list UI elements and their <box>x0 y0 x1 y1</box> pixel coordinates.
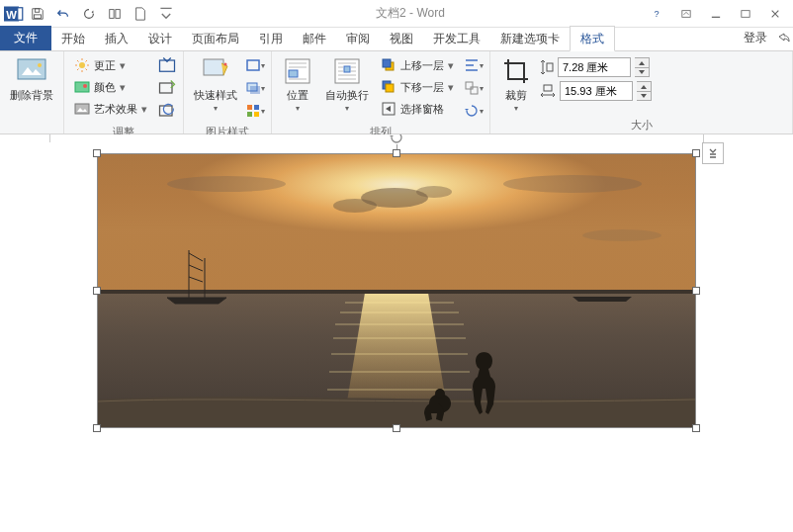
compress-pictures-button[interactable] <box>157 55 177 75</box>
svg-point-14 <box>83 84 87 88</box>
group-button[interactable]: ▾ <box>464 78 484 98</box>
selected-image[interactable] <box>98 154 695 427</box>
position-button[interactable]: 位置 ▾ <box>276 53 319 115</box>
rotate-handle[interactable] <box>390 134 403 144</box>
width-icon <box>540 84 556 98</box>
change-picture-button[interactable] <box>157 78 177 98</box>
height-input[interactable] <box>558 57 631 77</box>
picture-effects-button[interactable]: ▾ <box>245 78 265 98</box>
svg-rect-35 <box>386 84 394 92</box>
svg-rect-2 <box>18 7 23 20</box>
width-input[interactable] <box>560 81 633 101</box>
tab-file[interactable]: 文件 <box>0 26 51 50</box>
height-spinner <box>635 57 650 77</box>
group-picture-styles: 快速样式 ▾ ▾ ▾ ▾ 图片样式 <box>184 51 272 133</box>
crop-button[interactable]: 裁剪 ▾ <box>494 53 538 115</box>
align-button[interactable]: ▾ <box>464 55 484 75</box>
login-link[interactable]: 登录 <box>736 26 775 50</box>
tab-layout[interactable]: 页面布局 <box>182 27 249 50</box>
handle-top-right[interactable] <box>692 149 700 157</box>
size-group-label: 大小 <box>494 116 788 133</box>
group-remove-bg: 删除背景 <box>0 51 64 133</box>
redo-button[interactable] <box>77 2 101 26</box>
svg-rect-5 <box>110 9 114 18</box>
maximize-button[interactable] <box>732 3 759 25</box>
svg-rect-27 <box>254 112 259 117</box>
quick-styles-button[interactable]: 快速样式 ▾ <box>188 53 243 115</box>
svg-rect-4 <box>35 14 42 18</box>
width-control <box>540 81 652 101</box>
artistic-effects-button[interactable]: 艺术效果 ▾ <box>70 99 153 119</box>
rotate-button[interactable]: ▾ <box>464 101 484 121</box>
tab-design[interactable]: 设计 <box>138 27 182 50</box>
window-controls: ? <box>643 3 793 25</box>
width-down-button[interactable] <box>637 91 651 100</box>
svg-point-47 <box>503 175 642 193</box>
document-area[interactable] <box>0 134 793 532</box>
picture-layout-button[interactable]: ▾ <box>245 101 265 121</box>
tab-view[interactable]: 视图 <box>380 27 423 50</box>
selection-pane-button[interactable]: 选择窗格 <box>377 99 460 119</box>
artistic-label: 艺术效果 <box>94 102 137 117</box>
send-backward-button[interactable]: 下移一层 ▾ <box>377 77 460 97</box>
touch-mode-button[interactable] <box>103 2 127 26</box>
tab-format[interactable]: 格式 <box>570 26 615 51</box>
handle-left[interactable] <box>93 287 101 295</box>
remove-bg-icon <box>16 55 47 87</box>
tab-references[interactable]: 引用 <box>249 27 293 50</box>
page-edge <box>49 134 704 142</box>
handle-bottom-left[interactable] <box>93 424 101 432</box>
qat-dropdown-icon[interactable] <box>154 2 178 26</box>
svg-point-46 <box>167 176 286 192</box>
height-up-button[interactable] <box>635 58 649 67</box>
color-icon <box>74 79 90 95</box>
remove-background-button[interactable]: 删除背景 <box>4 53 59 104</box>
color-button[interactable]: 颜色 ▾ <box>70 77 153 97</box>
wrap-label: 自动换行 <box>325 89 369 102</box>
svg-rect-9 <box>742 10 749 17</box>
close-button[interactable] <box>761 3 789 25</box>
quick-styles-label: 快速样式 <box>194 89 237 102</box>
handle-top[interactable] <box>393 149 400 157</box>
tab-insert[interactable]: 插入 <box>95 27 138 50</box>
svg-rect-50 <box>98 290 695 294</box>
corrections-label: 更正 <box>94 58 116 73</box>
help-button[interactable]: ? <box>643 3 670 25</box>
save-button[interactable] <box>26 2 49 26</box>
new-doc-button[interactable] <box>129 2 152 26</box>
share-icon[interactable] <box>775 33 793 44</box>
handle-bottom[interactable] <box>393 424 400 432</box>
svg-rect-19 <box>204 59 223 75</box>
svg-point-20 <box>224 63 227 66</box>
group-arrange: 位置 ▾ 自动换行 ▾ 上移一层 ▾ 下移一层 ▾ <box>272 51 490 133</box>
height-down-button[interactable] <box>635 67 649 76</box>
handle-bottom-right[interactable] <box>692 424 700 432</box>
bring-forward-button[interactable]: 上移一层 ▾ <box>377 55 460 75</box>
crop-icon <box>500 55 532 87</box>
brightness-icon <box>74 57 90 73</box>
ribbon-display-button[interactable] <box>672 3 700 25</box>
minimize-button[interactable] <box>702 3 730 25</box>
wrap-text-button[interactable]: 自动换行 ▾ <box>319 53 375 115</box>
undo-button[interactable] <box>51 2 75 26</box>
picture-border-button[interactable]: ▾ <box>245 55 265 75</box>
corrections-button[interactable]: 更正 ▾ <box>70 55 153 75</box>
tab-mailings[interactable]: 邮件 <box>293 27 336 50</box>
reset-picture-button[interactable] <box>157 101 177 121</box>
svg-rect-23 <box>250 86 260 94</box>
handle-right[interactable] <box>692 287 700 295</box>
tab-developer[interactable]: 开发工具 <box>423 27 490 50</box>
svg-rect-21 <box>247 60 259 70</box>
position-icon <box>282 55 313 87</box>
svg-point-44 <box>333 199 377 213</box>
svg-rect-29 <box>289 70 298 77</box>
width-up-button[interactable] <box>637 82 651 91</box>
tab-newtab[interactable]: 新建选项卡 <box>490 27 570 50</box>
chevron-down-icon: ▾ <box>296 104 300 113</box>
tab-review[interactable]: 审阅 <box>336 27 380 50</box>
tab-home[interactable]: 开始 <box>51 27 95 50</box>
svg-point-52 <box>435 389 445 399</box>
color-label: 颜色 <box>94 80 116 95</box>
svg-rect-8 <box>682 10 690 17</box>
handle-top-left[interactable] <box>93 149 101 157</box>
